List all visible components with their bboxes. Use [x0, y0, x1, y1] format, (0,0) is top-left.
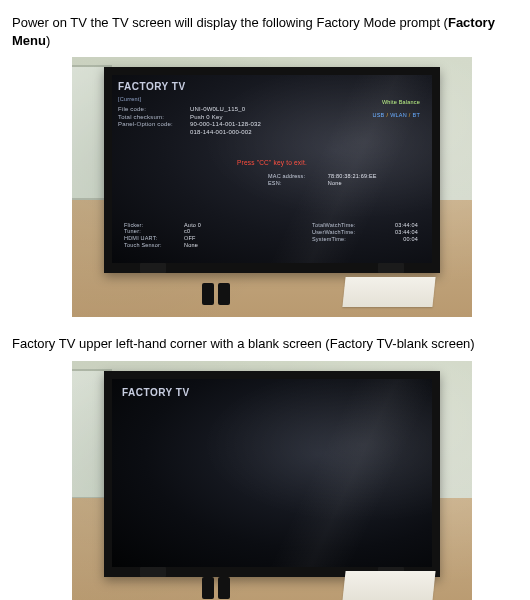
osd-mid-value: 78:80:38:21:69:EE [328, 173, 377, 179]
osd-title-blank: FACTORY TV [122, 387, 190, 398]
osd-lr-value: 00:04 [382, 236, 418, 243]
osd-row: Panel-Option code: 90-000-114-001-128-03… [118, 121, 426, 129]
osd-row: 018-144-001-000-002 [118, 129, 426, 137]
osd-ll-value: Auto 0 [184, 222, 201, 228]
osd-value: 90-000-114-001-128-032 [190, 121, 261, 129]
osd-lr-row: TotalWatchTime:03:44:04 [312, 222, 418, 229]
osd-ll-row: Flicker:Auto 0 [124, 222, 201, 229]
osd-ll-value: OFF [184, 235, 196, 241]
osd-mid-label: MAC address: [268, 173, 326, 180]
osd-ll-row: Touch Sensor:None [124, 242, 201, 249]
osd-right-panel: White Balance USB/WLAN/BT [326, 99, 420, 119]
osd-ll-label: Touch Sensor: [124, 242, 184, 249]
osd-ll-label: Tuner: [124, 228, 184, 235]
remote-control [218, 577, 230, 599]
osd-lowright-block: TotalWatchTime:03:44:04 UserWatchTime:03… [312, 222, 418, 243]
osd-port-wlan: WLAN [390, 112, 407, 118]
tv-stand-right [378, 263, 404, 273]
tv-frame: FACTORY TV [104, 371, 440, 577]
photo-factory-menu: FACTORY TV [Current] File code: UNI-0W0L… [72, 57, 472, 317]
factory-osd: FACTORY TV [Current] File code: UNI-0W0L… [118, 81, 426, 257]
osd-port-usb: USB [372, 112, 384, 118]
osd-lr-row: UserWatchTime:03:44:04 [312, 229, 418, 236]
desk-papers [342, 277, 435, 307]
osd-ll-label: Flicker: [124, 222, 184, 229]
caption-blank-screen: Factory TV upper left-hand corner with a… [12, 335, 518, 353]
desk-papers [342, 571, 435, 600]
tv-stand-left [140, 263, 166, 273]
osd-lr-value: 03:44:04 [382, 222, 418, 229]
osd-label: Panel-Option code: [118, 121, 184, 129]
osd-lr-row: SystemTime:00:04 [312, 236, 418, 243]
osd-ll-row: HDMI UART:OFF [124, 235, 201, 242]
osd-mid-row: ESN: None [268, 180, 377, 187]
tv-frame: FACTORY TV [Current] File code: UNI-0W0L… [104, 67, 440, 273]
osd-white-balance: White Balance [326, 99, 420, 106]
osd-mid-label: ESN: [268, 180, 326, 187]
osd-ports: USB/WLAN/BT [326, 112, 420, 119]
osd-label: File code: [118, 106, 184, 114]
osd-ll-row: Tuner:c0 [124, 228, 201, 235]
osd-exit-hint: Press "CC" key to exit. [118, 159, 426, 167]
osd-title: FACTORY TV [118, 81, 426, 94]
osd-port-bt: BT [413, 112, 420, 118]
caption-1-prefix: Power on TV the TV screen will display t… [12, 15, 448, 30]
osd-lr-label: UserWatchTime: [312, 229, 382, 236]
osd-label [118, 129, 184, 137]
osd-port-sep: / [409, 112, 411, 118]
osd-lr-label: SystemTime: [312, 236, 382, 243]
tv-screen-blank: FACTORY TV [112, 379, 432, 567]
osd-mid-block: MAC address: 78:80:38:21:69:EE ESN: None [268, 173, 377, 187]
caption-1-suffix: ) [46, 33, 50, 48]
osd-port-sep: / [386, 112, 388, 118]
tv-stand-left [140, 567, 166, 577]
osd-ll-label: HDMI UART: [124, 235, 184, 242]
tv-screen: FACTORY TV [Current] File code: UNI-0W0L… [112, 75, 432, 263]
osd-mid-value: None [328, 180, 342, 186]
osd-value: Push 0 Key [190, 114, 223, 122]
remote-control [218, 283, 230, 305]
photo-blank-screen: FACTORY TV [72, 361, 472, 600]
osd-value: 018-144-001-000-002 [190, 129, 252, 137]
osd-label: Total checksum: [118, 114, 184, 122]
osd-lr-value: 03:44:04 [382, 229, 418, 236]
caption-factory-menu: Power on TV the TV screen will display t… [12, 14, 518, 49]
osd-lowleft-block: Flicker:Auto 0 Tuner:c0 HDMI UART:OFF To… [124, 222, 201, 250]
osd-lr-label: TotalWatchTime: [312, 222, 382, 229]
osd-value: UNI-0W0LU_115_0 [190, 106, 245, 114]
osd-ll-value: None [184, 242, 198, 248]
remote-control [202, 577, 214, 599]
osd-mid-row: MAC address: 78:80:38:21:69:EE [268, 173, 377, 180]
remote-control [202, 283, 214, 305]
osd-ll-value: c0 [184, 228, 190, 234]
screen-reflection [112, 379, 432, 567]
